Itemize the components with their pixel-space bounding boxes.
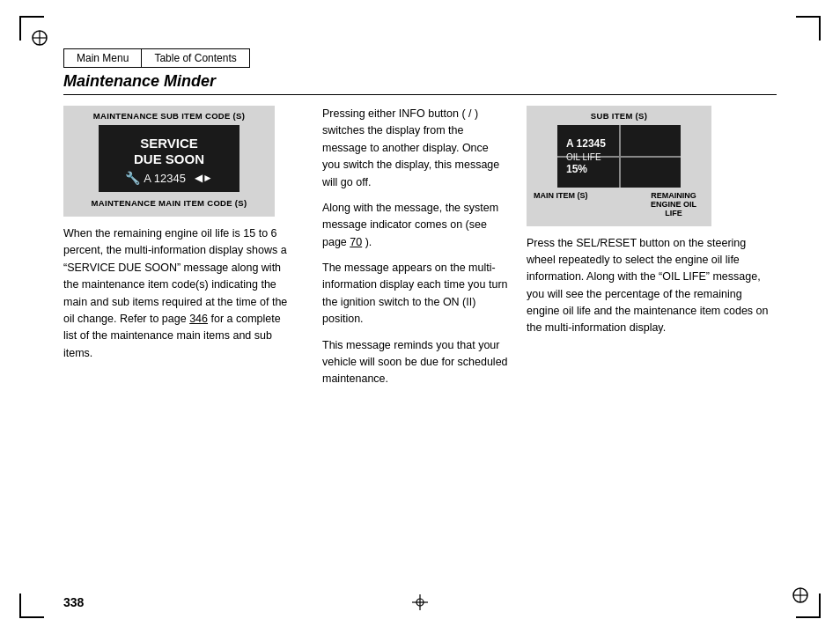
table-of-contents-button[interactable]: Table of Contents bbox=[141, 48, 249, 68]
reg-mark-tl bbox=[30, 28, 49, 50]
page-346-link[interactable]: 346 bbox=[189, 313, 208, 325]
diag-label-top-right: SUB ITEM (S) bbox=[534, 111, 704, 121]
page-70-link[interactable]: 70 bbox=[350, 236, 362, 248]
left-body-text: When the remaining engine oil life is 15… bbox=[63, 225, 296, 362]
mid-para-4: This message reminds you that your vehic… bbox=[322, 337, 509, 388]
diag-right-pct: 15% bbox=[566, 163, 672, 175]
diag-main-item-label: MAIN ITEM (S) bbox=[534, 191, 588, 217]
page-title: Maintenance Minder bbox=[63, 72, 777, 95]
diag-screen-title: SERVICE DUE SOON bbox=[106, 136, 232, 167]
right-column: SUB ITEM (S) A 12345 OIL LIFE 15% MAIN I… bbox=[521, 106, 777, 586]
right-body-text: Press the SEL/RESET button on the steeri… bbox=[527, 235, 777, 337]
diag-right-code: A 12345 bbox=[566, 137, 672, 151]
right-display-diagram: SUB ITEM (S) A 12345 OIL LIFE 15% MAIN I… bbox=[527, 106, 711, 226]
content-area: MAINTENANCE SUB ITEM CODE (S) SERVICE DU… bbox=[63, 106, 777, 586]
reg-mark-br bbox=[791, 586, 810, 608]
mid-para-1: Pressing either INFO button ( / ) switch… bbox=[322, 106, 509, 191]
diag-right-oillife: OIL LIFE bbox=[566, 151, 672, 163]
mid-para-3: The message appears on the multi-informa… bbox=[322, 260, 509, 328]
mid-column: Pressing either INFO button ( / ) switch… bbox=[310, 106, 521, 586]
diag-label-bottom-left: MAINTENANCE MAIN ITEM CODE (S) bbox=[70, 198, 268, 208]
diag-screen-left: SERVICE DUE SOON 🔧 A 12345 ◀► bbox=[99, 125, 239, 192]
page-number: 338 bbox=[63, 595, 84, 609]
diag-label-top-left: MAINTENANCE SUB ITEM CODE (S) bbox=[70, 111, 268, 121]
main-menu-button[interactable]: Main Menu bbox=[63, 48, 141, 68]
left-display-diagram: MAINTENANCE SUB ITEM CODE (S) SERVICE DU… bbox=[63, 106, 275, 217]
mid-para-2: Along with the message, the system messa… bbox=[322, 200, 509, 251]
mid-body-text: Pressing either INFO button ( / ) switch… bbox=[322, 106, 509, 388]
diag-screen-right: A 12345 OIL LIFE 15% bbox=[557, 125, 681, 188]
left-column: MAINTENANCE SUB ITEM CODE (S) SERVICE DU… bbox=[63, 106, 310, 586]
diag-screen-code: 🔧 A 12345 ◀► bbox=[106, 171, 232, 185]
nav-bar: Main Menu Table of Contents bbox=[63, 48, 250, 68]
wrench-icon: 🔧 bbox=[125, 171, 140, 185]
center-crosshair-bottom bbox=[412, 594, 428, 613]
diag-remaining-oil-label: REMAINING ENGINE OIL LIFE bbox=[643, 191, 704, 217]
corner-mark-bl bbox=[19, 593, 44, 618]
arrow-right-icon: ◀► bbox=[195, 172, 213, 184]
corner-mark-tr bbox=[796, 16, 821, 41]
diag-labels-row: MAIN ITEM (S) REMAINING ENGINE OIL LIFE bbox=[534, 191, 704, 217]
